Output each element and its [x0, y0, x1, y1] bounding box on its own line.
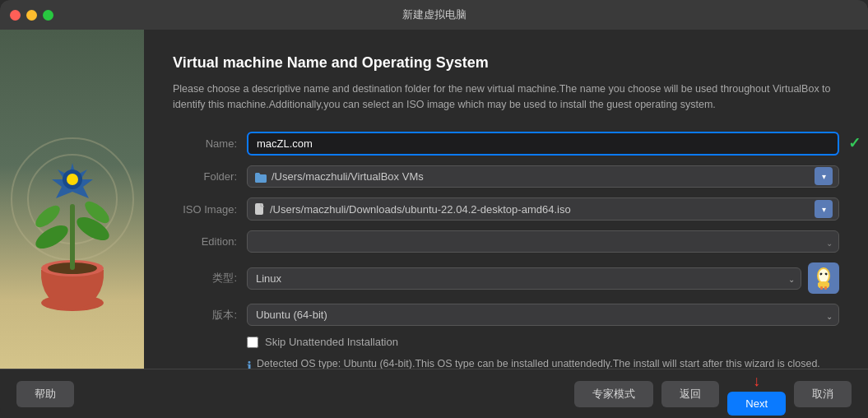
sidebar — [0, 30, 144, 369]
os-type-icon — [808, 262, 839, 294]
skip-unattended-row: Skip Unattended Installation — [247, 336, 839, 348]
name-input[interactable] — [247, 132, 839, 156]
folder-value: /Users/maczhuli/VirtualBox VMs — [272, 170, 424, 183]
edition-row: Edition: ⌄ — [173, 230, 839, 253]
footer-right: 专家模式 返回 ↓ Next 取消 — [574, 373, 852, 416]
footer: 帮助 专家模式 返回 ↓ Next 取消 — [0, 369, 868, 418]
section-title: Virtual machine Name and Operating Syste… — [173, 54, 839, 72]
edition-select[interactable] — [247, 230, 839, 253]
edition-label: Edition: — [173, 235, 247, 248]
next-button-wrap: ↓ Next — [727, 373, 786, 416]
folder-label: Folder: — [173, 170, 247, 183]
content-area: Virtual machine Name and Operating Syste… — [144, 30, 868, 369]
version-select-wrap: Ubuntu (64-bit) ⌄ — [247, 304, 839, 326]
folder-select-wrap: /Users/maczhuli/VirtualBox VMs ▾ — [247, 165, 839, 188]
iso-row: ISO Image: /Users/maczhuli/Downloads/ubu… — [173, 197, 839, 221]
name-row: Name: ✓ — [173, 132, 839, 156]
iso-value: /Users/maczhuli/Downloads/ubuntu-22.04.2… — [270, 203, 571, 216]
svg-rect-17 — [820, 286, 823, 290]
traffic-lights — [10, 10, 53, 21]
name-control-wrap: ✓ — [247, 132, 839, 156]
svg-rect-11 — [255, 203, 263, 215]
minimize-button[interactable] — [26, 10, 37, 21]
next-button[interactable]: Next — [727, 392, 786, 416]
version-row: 版本: Ubuntu (64-bit) ⌄ — [173, 304, 839, 326]
svg-point-16 — [820, 274, 827, 282]
type-select[interactable]: Linux — [247, 267, 801, 290]
folder-select[interactable]: /Users/maczhuli/VirtualBox VMs — [247, 165, 839, 188]
type-wrap: Linux ⌄ — [247, 262, 839, 294]
svg-rect-3 — [70, 204, 75, 270]
iso-select[interactable]: /Users/maczhuli/Downloads/ubuntu-22.04.2… — [247, 197, 839, 221]
plant-illustration — [15, 105, 130, 336]
cancel-button[interactable]: 取消 — [794, 381, 852, 407]
type-row: 类型: Linux ⌄ — [173, 262, 839, 294]
version-select[interactable]: Ubuntu (64-bit) — [247, 304, 839, 326]
name-label: Name: — [173, 137, 247, 150]
file-icon — [254, 202, 270, 216]
sidebar-illustration — [0, 30, 144, 369]
checkmark-icon: ✓ — [848, 134, 861, 152]
section-desc: Please choose a descriptive name and des… — [173, 81, 839, 114]
window-title: 新建虚拟电脑 — [402, 7, 466, 22]
info-icon: ℹ — [247, 357, 252, 369]
info-text: Detected OS type: Ubuntu (64-bit).This O… — [257, 356, 820, 369]
main-area: Virtual machine Name and Operating Syste… — [0, 30, 868, 369]
info-box: ℹ Detected OS type: Ubuntu (64-bit).This… — [247, 356, 839, 369]
title-bar: 新建虚拟电脑 — [0, 0, 868, 30]
type-label: 类型: — [173, 271, 247, 286]
back-button[interactable]: 返回 — [661, 381, 719, 407]
svg-point-10 — [67, 174, 78, 185]
footer-left: 帮助 — [16, 381, 74, 407]
close-button[interactable] — [10, 10, 21, 21]
skip-unattended-label: Skip Unattended Installation — [265, 336, 398, 348]
folder-row: Folder: /Users/maczhuli/VirtualBox VMs ▾ — [173, 165, 839, 188]
next-arrow-indicator: ↓ — [753, 373, 760, 390]
type-select-wrap: Linux ⌄ — [247, 267, 801, 290]
version-label: 版本: — [173, 308, 247, 323]
folder-icon — [254, 170, 272, 183]
iso-select-wrap: /Users/maczhuli/Downloads/ubuntu-22.04.2… — [247, 197, 839, 221]
svg-rect-18 — [824, 286, 827, 290]
iso-label: ISO Image: — [173, 203, 247, 216]
expert-mode-button[interactable]: 专家模式 — [574, 381, 653, 407]
fullscreen-button[interactable] — [43, 10, 53, 21]
help-button[interactable]: 帮助 — [16, 381, 74, 407]
skip-unattended-checkbox[interactable] — [247, 337, 258, 348]
edition-select-wrap: ⌄ — [247, 230, 839, 253]
